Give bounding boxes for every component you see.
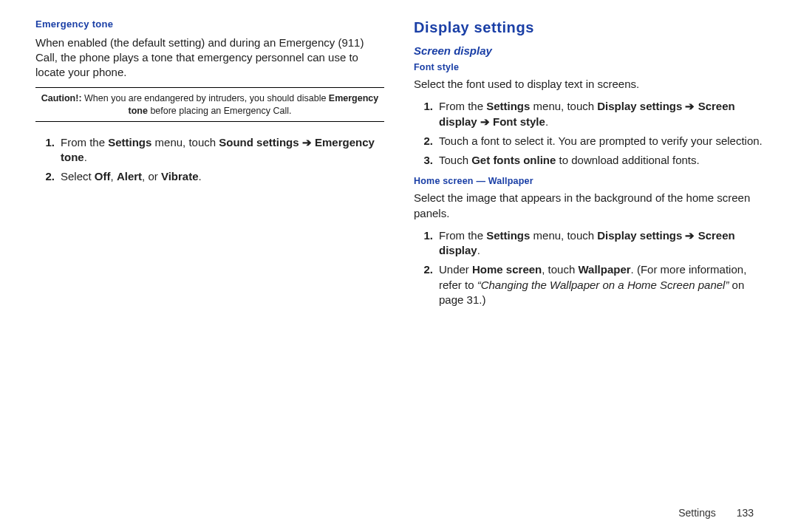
step-number: 2.	[414, 134, 439, 149]
step-number: 2.	[414, 262, 439, 307]
step-number: 1.	[414, 99, 439, 129]
step-number: 3.	[414, 153, 439, 168]
subheading-font-style: Font style	[414, 61, 763, 74]
heading-display-settings: Display settings	[414, 18, 763, 38]
home-wallpaper-steps: 1. From the Settings menu, touch Display…	[414, 228, 763, 307]
page-footer: Settings 133	[678, 507, 754, 519]
subheading-home-wallpaper: Home screen — Wallpaper	[414, 175, 763, 188]
step-body: Touch a font to select it. You are promp…	[439, 134, 763, 149]
arrow-icon: ➔	[682, 229, 698, 242]
caution-text-2: before placing an Emergency Call.	[148, 106, 292, 116]
font-style-steps: 1. From the Settings menu, touch Display…	[414, 99, 763, 168]
step-number: 2.	[35, 169, 61, 184]
step-body: From the Settings menu, touch Display se…	[439, 99, 763, 129]
step-1: 1. From the Settings menu, touch Display…	[414, 99, 763, 129]
caution-box: Caution!: When you are endangered by int…	[35, 87, 384, 122]
emergency-intro: When enabled (the default setting) and d…	[35, 35, 384, 81]
step-2: 2. Touch a font to select it. You are pr…	[414, 134, 763, 149]
step-2: 2. Under Home screen, touch Wallpaper. (…	[414, 262, 763, 307]
left-column: Emergency tone When enabled (the default…	[35, 18, 384, 517]
subheading-screen-display: Screen display	[414, 44, 763, 58]
manual-page: Emergency tone When enabled (the default…	[0, 0, 798, 532]
step-body: Touch Get fonts online to download addit…	[439, 153, 763, 168]
emergency-steps: 1. From the Settings menu, touch Sound s…	[35, 135, 384, 185]
arrow-icon: ➔	[299, 136, 315, 149]
step-number: 1.	[414, 228, 439, 259]
arrow-icon: ➔	[477, 115, 493, 128]
step-number: 1.	[35, 135, 61, 166]
caution-text-1: When you are endangered by intruders, yo…	[82, 93, 329, 103]
step-2: 2. Select Off, Alert, or Vibrate.	[35, 169, 384, 184]
step-body: Select Off, Alert, or Vibrate.	[61, 169, 384, 184]
caution-label: Caution!:	[41, 93, 82, 103]
right-column: Display settings Screen display Font sty…	[414, 18, 763, 517]
arrow-icon: ➔	[682, 100, 698, 112]
step-body: From the Settings menu, touch Sound sett…	[61, 135, 384, 166]
step-3: 3. Touch Get fonts online to download ad…	[414, 153, 763, 168]
footer-page-number: 133	[737, 507, 754, 519]
step-1: 1. From the Settings menu, touch Sound s…	[35, 135, 384, 166]
step-1: 1. From the Settings menu, touch Display…	[414, 228, 763, 259]
font-style-intro: Select the font used to display text in …	[414, 77, 763, 92]
heading-emergency-tone: Emergency tone	[35, 18, 384, 31]
step-body: Under Home screen, touch Wallpaper. (For…	[439, 262, 763, 307]
footer-section: Settings	[678, 507, 716, 519]
cross-reference: “Changing the Wallpaper on a Home Screen…	[477, 279, 729, 291]
step-body: From the Settings menu, touch Display se…	[439, 228, 763, 259]
home-wallpaper-intro: Select the image that appears in the bac…	[414, 191, 763, 221]
